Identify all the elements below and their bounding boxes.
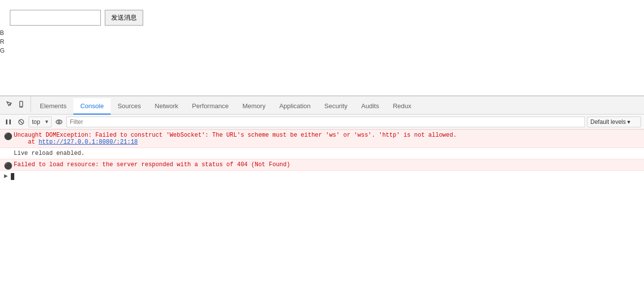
send-button[interactable]: 发送消息 xyxy=(105,10,143,26)
tab-network[interactable]: Network xyxy=(148,98,185,115)
console-output: ⚫ Uncaught DOMException: Failed to const… xyxy=(0,129,644,296)
error-link-1[interactable]: http://127.0.0.1:8080/:21:18 xyxy=(38,139,138,146)
console-error-1: ⚫ Uncaught DOMException: Failed to const… xyxy=(0,129,644,148)
devtools-panel: Elements Console Sources Network Perform… xyxy=(0,96,644,296)
tab-console[interactable]: Console xyxy=(73,98,111,115)
run-icon[interactable] xyxy=(3,117,14,127)
sidebar-letter-r: R xyxy=(0,38,9,45)
svg-rect-3 xyxy=(9,119,11,124)
log-level-dropdown[interactable]: Default levels ▾ xyxy=(587,117,641,127)
live-reload-text: Live reload enabled. xyxy=(14,150,85,157)
error-icon-1: ⚫ xyxy=(4,132,12,141)
tab-application[interactable]: Application xyxy=(273,98,318,115)
message-input[interactable] xyxy=(10,10,101,26)
clear-console-icon[interactable] xyxy=(16,117,27,127)
error-text-2: Failed to load resource: the server resp… xyxy=(14,161,290,168)
device-toolbar-icon[interactable] xyxy=(16,99,27,110)
svg-point-6 xyxy=(56,120,62,124)
devtools-tabs: Elements Console Sources Network Perform… xyxy=(31,96,644,114)
devtools-icon-bar xyxy=(0,96,31,112)
error-icon-2: ⚫ xyxy=(4,162,12,170)
app-area: 发送消息 B R G xyxy=(0,0,644,96)
console-toolbar: top ▼ Default levels ▾ xyxy=(0,115,644,129)
console-error-2: ⚫ Failed to load resource: the server re… xyxy=(0,159,644,171)
prompt-cursor xyxy=(11,173,14,180)
tab-memory[interactable]: Memory xyxy=(236,98,273,115)
tab-security[interactable]: Security xyxy=(317,98,354,115)
svg-line-5 xyxy=(20,120,23,123)
console-prompt: ► xyxy=(0,171,644,182)
context-selector[interactable]: top ▼ xyxy=(29,117,52,127)
tab-audits[interactable]: Audits xyxy=(354,98,386,115)
sidebar-letter-b: B xyxy=(0,30,9,36)
inspect-element-icon[interactable] xyxy=(4,99,15,110)
console-info-live-reload: Live reload enabled. xyxy=(0,148,644,159)
tab-sources[interactable]: Sources xyxy=(111,98,148,115)
tab-performance[interactable]: Performance xyxy=(185,98,235,115)
eye-icon[interactable] xyxy=(54,117,64,127)
svg-rect-2 xyxy=(6,119,7,124)
error-text-1: Uncaught DOMException: Failed to constru… xyxy=(14,132,457,139)
tab-elements[interactable]: Elements xyxy=(33,98,73,115)
sidebar-letters: B R G xyxy=(0,30,9,54)
svg-point-7 xyxy=(58,121,60,123)
sidebar-letter-g: G xyxy=(0,47,9,54)
console-filter-input[interactable] xyxy=(66,117,585,127)
context-select-dropdown[interactable]: top xyxy=(29,117,52,127)
error-at-prefix: at xyxy=(14,139,38,146)
log-level-selector[interactable]: Default levels ▾ xyxy=(587,117,641,127)
svg-point-1 xyxy=(21,106,22,107)
tab-redux[interactable]: Redux xyxy=(386,98,418,115)
prompt-arrow-icon: ► xyxy=(4,173,8,180)
